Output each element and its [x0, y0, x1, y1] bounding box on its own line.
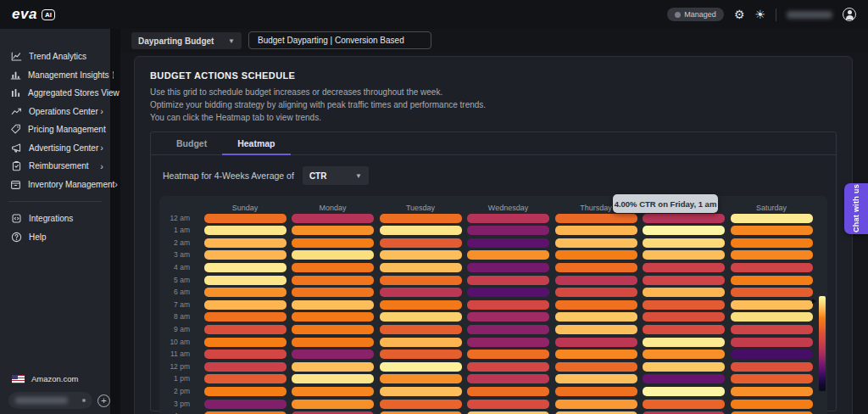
heatmap-cell-sunday-12-am[interactable] — [204, 214, 287, 223]
heatmap-cell-monday-2-am[interactable] — [292, 238, 374, 248]
heatmap-cell-wednesday-4-am[interactable] — [467, 263, 549, 272]
sidebar-item-advertising-center[interactable]: Advertising Center› — [0, 139, 110, 158]
heatmap-cell-tuesday-8-am[interactable] — [380, 312, 462, 322]
tab-heatmap[interactable]: Heatmap — [222, 138, 290, 154]
heatmap-cell-saturday-3-am[interactable] — [731, 250, 813, 260]
budget-dayparting-tab[interactable]: Budget Dayparting | Conversion Based — [248, 31, 431, 49]
heatmap-cell-friday-12-am[interactable] — [643, 214, 725, 223]
heatmap-cell-wednesday-7-am[interactable] — [467, 300, 549, 310]
heatmap-cell-saturday-1-pm[interactable] — [731, 374, 813, 383]
heatmap-cell-thursday-5-am[interactable] — [555, 276, 637, 285]
heatmap-cell-saturday-1-am[interactable] — [731, 226, 813, 235]
heatmap-cell-monday-3-pm[interactable] — [292, 400, 374, 409]
user-avatar-icon[interactable] — [843, 8, 856, 21]
heatmap-cell-thursday-11-am[interactable] — [555, 350, 637, 359]
heatmap-cell-sunday-10-am[interactable] — [204, 338, 287, 347]
heatmap-cell-monday-10-am[interactable] — [292, 338, 374, 347]
heatmap-cell-sunday-1-am[interactable] — [204, 226, 287, 235]
heatmap-cell-wednesday-10-am[interactable] — [467, 338, 549, 347]
heatmap-cell-saturday-9-am[interactable] — [731, 325, 813, 334]
heatmap-cell-friday-2-pm[interactable] — [643, 387, 725, 396]
heatmap-cell-thursday-4-am[interactable] — [555, 263, 637, 272]
heatmap-cell-wednesday-6-am[interactable] — [467, 288, 549, 297]
heatmap-cell-friday-1-pm[interactable] — [643, 374, 725, 383]
heatmap-cell-saturday-7-am[interactable] — [731, 300, 813, 310]
chat-with-us-button[interactable]: Chat with us — [844, 183, 868, 234]
sidebar-item-reimbursement[interactable]: Reimbursement› — [0, 157, 110, 176]
heatmap-cell-tuesday-3-am[interactable] — [380, 250, 462, 260]
sidebar-item-trend-analytics[interactable]: Trend Analytics — [0, 48, 110, 66]
heatmap-cell-friday-3-am[interactable] — [643, 250, 725, 260]
heatmap-cell-tuesday-2-am[interactable] — [380, 238, 462, 248]
heatmap-cell-saturday-6-am[interactable] — [731, 288, 813, 297]
heatmap-cell-monday-9-am[interactable] — [292, 325, 374, 334]
heatmap-cell-thursday-10-am[interactable] — [555, 338, 637, 347]
heatmap-cell-monday-1-pm[interactable] — [292, 374, 374, 383]
heatmap-cell-wednesday-9-am[interactable] — [467, 325, 549, 334]
heatmap-cell-wednesday-1-am[interactable] — [467, 226, 549, 235]
heatmap-cell-saturday-11-am[interactable] — [731, 350, 813, 359]
heatmap-cell-monday-8-am[interactable] — [292, 312, 374, 322]
heatmap-cell-tuesday-11-am[interactable] — [380, 350, 462, 359]
vertical-scrollbar-track[interactable] — [110, 29, 120, 414]
tab-budget[interactable]: Budget — [161, 138, 222, 154]
heatmap-cell-friday-3-pm[interactable] — [643, 400, 725, 409]
user-name-redacted[interactable] — [787, 11, 832, 19]
heatmap-cell-sunday-2-am[interactable] — [204, 238, 287, 248]
heatmap-cell-saturday-2-am[interactable] — [731, 238, 813, 248]
dayparting-budget-select[interactable]: Dayparting Budget ▼ — [131, 32, 242, 49]
heatmap-cell-thursday-7-am[interactable] — [555, 300, 637, 310]
heatmap-cell-monday-2-pm[interactable] — [292, 387, 374, 396]
metric-select[interactable]: CTR ▼ — [303, 166, 369, 185]
heatmap-cell-monday-6-am[interactable] — [292, 288, 374, 297]
heatmap-cell-saturday-10-am[interactable] — [731, 338, 813, 347]
sidebar-item-operations-center[interactable]: Operations Center› — [0, 103, 110, 121]
heatmap-cell-wednesday-3-pm[interactable] — [467, 400, 549, 409]
heatmap-cell-sunday-7-am[interactable] — [204, 300, 287, 310]
heatmap-cell-monday-11-am[interactable] — [292, 350, 374, 359]
sidebar-item-management-insights[interactable]: Management Insightsi — [0, 66, 110, 85]
heatmap-cell-sunday-3-am[interactable] — [204, 250, 287, 260]
heatmap-cell-saturday-8-am[interactable] — [731, 312, 813, 322]
heatmap-cell-monday-7-am[interactable] — [292, 300, 374, 310]
theme-sun-icon[interactable]: ☀ — [754, 8, 765, 20]
heatmap-cell-sunday-4-am[interactable] — [204, 263, 287, 272]
heatmap-cell-monday-12-am[interactable] — [292, 214, 374, 223]
heatmap-cell-tuesday-1-pm[interactable] — [380, 374, 462, 383]
heatmap-cell-tuesday-3-pm[interactable] — [380, 400, 462, 409]
heatmap-cell-tuesday-10-am[interactable] — [380, 338, 462, 347]
heatmap-cell-monday-1-am[interactable] — [292, 226, 374, 235]
heatmap-cell-tuesday-7-am[interactable] — [380, 300, 462, 310]
heatmap-cell-monday-12-pm[interactable] — [292, 362, 374, 372]
heatmap-cell-sunday-2-pm[interactable] — [204, 387, 287, 396]
heatmap-cell-tuesday-9-am[interactable] — [380, 325, 462, 334]
heatmap-cell-friday-1-am[interactable] — [643, 226, 725, 235]
heatmap-cell-thursday-3-pm[interactable] — [555, 400, 637, 409]
heatmap-cell-friday-8-am[interactable] — [643, 312, 725, 322]
heatmap-cell-monday-3-am[interactable] — [292, 250, 374, 260]
heatmap-cell-tuesday-2-pm[interactable] — [380, 387, 462, 396]
heatmap-cell-thursday-6-am[interactable] — [555, 288, 637, 297]
sidebar-item-inventory-management[interactable]: Inventory Management› — [0, 176, 110, 194]
heatmap-cell-wednesday-1-pm[interactable] — [467, 374, 549, 383]
heatmap-cell-sunday-8-am[interactable] — [204, 312, 287, 322]
sidebar-item-integrations[interactable]: Integrations — [0, 210, 110, 228]
heatmap-cell-friday-4-am[interactable] — [643, 263, 725, 272]
heatmap-cell-wednesday-8-am[interactable] — [467, 312, 549, 322]
heatmap-cell-friday-7-am[interactable] — [643, 300, 725, 310]
heatmap-cell-thursday-1-pm[interactable] — [555, 374, 637, 383]
heatmap-cell-saturday-3-pm[interactable] — [731, 400, 813, 409]
heatmap-cell-friday-2-am[interactable] — [643, 238, 725, 248]
heatmap-cell-saturday-4-am[interactable] — [731, 263, 813, 272]
account-selector[interactable] — [8, 392, 92, 409]
heatmap-cell-sunday-5-am[interactable] — [204, 276, 287, 285]
heatmap-cell-saturday-12-am[interactable] — [731, 214, 813, 223]
heatmap-cell-friday-11-am[interactable] — [643, 350, 725, 359]
heatmap-cell-tuesday-6-am[interactable] — [380, 288, 462, 297]
heatmap-cell-wednesday-11-am[interactable] — [467, 350, 549, 359]
heatmap-cell-sunday-6-am[interactable] — [204, 288, 287, 297]
heatmap-cell-tuesday-5-am[interactable] — [380, 276, 462, 285]
heatmap-cell-tuesday-4-am[interactable] — [380, 263, 462, 272]
heatmap-cell-monday-4-am[interactable] — [292, 263, 374, 272]
heatmap-cell-thursday-1-am[interactable] — [555, 226, 637, 235]
